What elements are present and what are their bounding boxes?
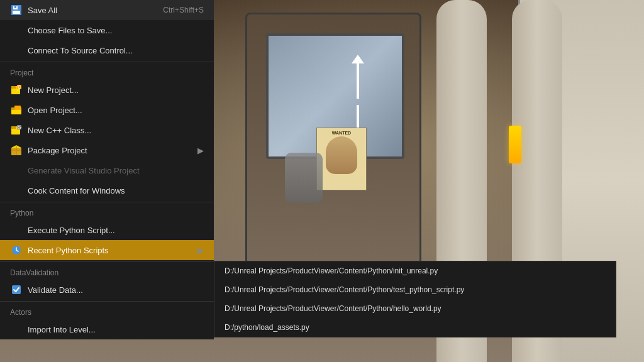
import-into-level-label: Import Into Level... (28, 325, 96, 334)
execute-python-label: Execute Python Script... (28, 226, 115, 235)
generate-vs-icon (10, 164, 23, 177)
recent-python-label: Recent Python Scripts (28, 246, 109, 255)
divider-3 (0, 261, 214, 262)
wanted-poster: WANTED (316, 128, 367, 190)
datavalidation-section-header: DataValidation (0, 263, 214, 280)
svg-rect-11 (14, 106, 21, 110)
import-into-level-item[interactable]: Import Into Level... (0, 319, 214, 339)
package-project-arrow: ▶ (197, 146, 204, 155)
new-cpp-label: New C++ Class... (28, 126, 91, 135)
script-item-3[interactable]: D:/Unreal Projects/ProductViewer/Content… (214, 299, 616, 318)
python-section-header: Python (0, 204, 214, 220)
recent-python-submenu: D:/Unreal Projects/ProductViewer/Content… (214, 261, 616, 337)
connect-source-item[interactable]: Connect To Source Control... (0, 40, 214, 60)
svg-rect-3 (13, 11, 20, 14)
open-project-label: Open Project... (28, 106, 82, 115)
svg-text:C++: C++ (18, 126, 23, 129)
new-cpp-icon: C++ (10, 124, 23, 136)
new-project-label: New Project... (28, 85, 79, 95)
cook-content-icon (10, 184, 23, 197)
execute-python-item[interactable]: Execute Python Script... (0, 220, 214, 240)
choose-files-icon (10, 24, 23, 36)
script-1-label: D:/Unreal Projects/ProductViewer/Content… (225, 266, 438, 275)
choose-files-label: Choose Files to Save... (28, 26, 112, 35)
recent-python-arrow: ▶ (197, 246, 204, 255)
connect-source-icon (10, 44, 23, 57)
save-all-item[interactable]: Save All Ctrl+Shift+S (0, 0, 214, 20)
actors-section-header: Actors (0, 303, 214, 319)
connect-source-label: Connect To Source Control... (28, 46, 133, 55)
new-project-icon: C + (10, 84, 23, 96)
package-project-label: Package Project (28, 146, 87, 155)
new-project-item[interactable]: C + New Project... (0, 80, 214, 100)
script-3-label: D:/Unreal Projects/ProductViewer/Content… (225, 304, 441, 313)
recent-python-item[interactable]: Recent Python Scripts ▶ (0, 240, 214, 260)
script-item-2[interactable]: D:/Unreal Projects/ProductViewer/Content… (214, 280, 616, 299)
script-2-label: D:/Unreal Projects/ProductViewer/Content… (225, 285, 464, 294)
svg-rect-5 (11, 86, 16, 89)
package-icon (10, 144, 23, 156)
validate-data-item[interactable]: Validate Data... (0, 280, 214, 300)
new-cpp-item[interactable]: C++ New C++ Class... (0, 120, 214, 140)
cook-content-item[interactable]: Cook Content for Windows (0, 180, 214, 200)
save-icon (10, 4, 23, 16)
divider-1 (0, 62, 214, 62)
svg-rect-13 (11, 126, 16, 129)
arrow-up-indicator (357, 61, 359, 99)
open-project-icon (10, 104, 23, 116)
recent-scripts-icon (10, 244, 23, 256)
execute-python-icon (10, 224, 23, 236)
script-4-label: D:/python/load_assets.py (225, 323, 309, 332)
cook-content-label: Cook Content for Windows (28, 186, 125, 195)
script-item-1[interactable]: D:/Unreal Projects/ProductViewer/Content… (214, 261, 616, 280)
svg-rect-2 (14, 6, 16, 8)
choose-files-item[interactable]: Choose Files to Save... (0, 20, 214, 40)
indicator-light (509, 126, 521, 163)
package-project-item[interactable]: Package Project ▶ (0, 140, 214, 160)
script-item-4[interactable]: D:/python/load_assets.py (214, 318, 616, 337)
import-into-level-icon (10, 323, 23, 336)
validate-data-label: Validate Data... (28, 285, 83, 295)
save-all-label: Save All (28, 6, 57, 15)
divider-4 (0, 301, 214, 302)
save-all-shortcut: Ctrl+Shift+S (163, 6, 204, 14)
robot-character (285, 153, 323, 203)
divider-2 (0, 202, 214, 202)
validate-icon (10, 283, 23, 296)
generate-vs-label: Generate Visual Studio Project (28, 166, 140, 175)
file-menu: Save All Ctrl+Shift+S Choose Files to Sa… (0, 0, 214, 339)
svg-text:+: + (16, 88, 19, 92)
door-center: WANTED (245, 13, 421, 277)
project-section-header: Project (0, 63, 214, 80)
generate-vs-item: Generate Visual Studio Project (0, 160, 214, 180)
open-project-item[interactable]: Open Project... (0, 100, 214, 120)
